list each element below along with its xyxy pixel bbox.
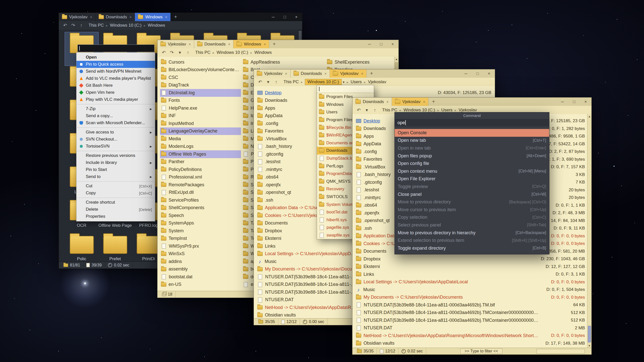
file-row[interactable]: SystemApps [160, 219, 241, 227]
file-row[interactable]: RemotePackages [160, 181, 241, 189]
palette-search-input[interactable]: ope [395, 119, 549, 126]
scrollbar[interactable] [587, 114, 591, 348]
file-row[interactable]: Music D: 0, F: 1, 504 bytes [352, 286, 591, 294]
tab-close-icon[interactable] [228, 42, 230, 46]
minimize-button[interactable]: ─ [364, 42, 375, 47]
close-button[interactable]: × [580, 100, 591, 104]
file-row[interactable]: Panther [160, 158, 241, 166]
breadcrumb-item[interactable]: Windows 10 (C:) [104, 23, 141, 28]
close-button[interactable]: × [387, 42, 398, 47]
file-row[interactable]: RtlExUpd.dll [160, 189, 241, 197]
tab-close-icon[interactable] [165, 15, 167, 19]
file-row[interactable]: INF [160, 112, 241, 120]
tab[interactable]: Downloads [96, 13, 135, 21]
new-tab-button[interactable]: + [429, 99, 437, 105]
tab-close-icon[interactable] [361, 71, 363, 76]
tab-close-icon[interactable] [90, 15, 92, 19]
scroll-down-icon[interactable] [587, 344, 591, 348]
breadcrumb-item[interactable]: This PC [89, 23, 104, 28]
palette-item[interactable]: Open File Explorer [395, 175, 549, 183]
breadcrumb-item[interactable]: Users [435, 108, 453, 113]
status-filter-input[interactable] [537, 349, 585, 354]
up-button[interactable]: ↑ [78, 23, 85, 28]
file-row[interactable]: PolicyDefinitions [160, 166, 241, 173]
maximize-button[interactable]: □ [472, 71, 483, 76]
palette-item[interactable]: Open new tab [Ctrl+T] [395, 137, 549, 145]
dropdown-button[interactable]: ▾ [177, 50, 183, 55]
file-row[interactable]: en-US [160, 281, 241, 289]
file-row[interactable]: System [160, 227, 241, 235]
file-row[interactable]: BitLockerDiscoveryVolumeContents [160, 66, 241, 74]
breadcrumb-item[interactable]: Vjekoslav [453, 108, 477, 113]
breadcrumb-item[interactable]: This PC [195, 50, 210, 55]
file-row[interactable]: Professional.xml [160, 173, 241, 181]
context-menu-item[interactable]: Pin to Quick access [76, 61, 155, 68]
file-row[interactable]: DiagTrack [160, 81, 241, 89]
palette-item[interactable]: Toggle expand directory [Ctrl+B] [395, 244, 549, 252]
scroll-up-icon[interactable] [394, 57, 398, 61]
file-row[interactable]: HelpPane.exe [160, 104, 241, 112]
file-row[interactable]: Speech [160, 212, 241, 219]
context-menu-item[interactable]: Open Vim here [76, 89, 155, 96]
file-row[interactable]: NTUSER.DAT{53b39e88-18c4-11ea-a811-000d3… [352, 316, 591, 324]
tab-close-icon[interactable] [285, 71, 287, 76]
file-row[interactable]: LanguageOverlayCache [160, 127, 241, 135]
file-row[interactable]: InputMethod [160, 120, 241, 127]
up-button[interactable]: ↑ [372, 108, 378, 113]
context-menu-item[interactable]: Give access to [76, 129, 155, 136]
file-row[interactable]: Media [160, 135, 241, 143]
breadcrumb-item[interactable]: Windows 10 (C:) [397, 108, 435, 113]
tab[interactable]: Downloads [291, 69, 330, 78]
file-row[interactable]: Fonts [160, 97, 241, 105]
context-menu-item[interactable]: SVN Checkout... [76, 136, 155, 143]
file-row[interactable]: NTUSER.DAT 2 MB [352, 324, 591, 332]
palette-item[interactable]: Open config file [395, 160, 549, 167]
scrollbar-thumb[interactable] [588, 326, 591, 342]
file-row[interactable]: Cursors [160, 58, 241, 66]
palette-item[interactable]: Open Console [395, 129, 549, 137]
context-menu-item[interactable]: Copy [Ctrl+C] [76, 190, 155, 197]
tab[interactable]: Downloads [194, 40, 234, 48]
file-row[interactable]: Obsidian vaults D: 17, F: 149, 38 MB [352, 340, 591, 347]
context-menu-item[interactable]: Create shortcut [76, 199, 155, 206]
tab[interactable]: Vjekoslav [254, 69, 291, 78]
breadcrumb-item[interactable]: Windows [248, 50, 272, 55]
tab-close-icon[interactable] [264, 42, 266, 46]
minimize-button[interactable]: ─ [557, 100, 568, 104]
breadcrumb-item[interactable]: This PC [382, 108, 397, 113]
palette-item[interactable]: Move cursor to previous item [Ctrl+Up] [395, 206, 549, 214]
back-button[interactable]: ↶ [257, 79, 263, 85]
tab[interactable]: Windows [233, 40, 269, 48]
tab-close-icon[interactable] [423, 100, 425, 104]
breadcrumb-item[interactable]: Windows 10 (C:) [210, 50, 248, 55]
maximize-button[interactable]: □ [279, 15, 291, 19]
back-button[interactable]: ↶ [62, 23, 68, 28]
tab-close-icon[interactable] [325, 71, 327, 76]
tab[interactable]: Vjekoslav [392, 98, 429, 106]
palette-item[interactable]: Open context menu [Ctrl+M] [Menu] [395, 167, 549, 175]
up-button[interactable]: ↑ [273, 79, 279, 85]
context-menu-item[interactable]: Send a copy... [76, 112, 155, 119]
file-row[interactable]: Desktop D: 43034, F: 125185, 23 GB [254, 89, 495, 97]
file-row[interactable]: TempInst [160, 235, 241, 243]
file-row[interactable]: DtcInstall.log [160, 89, 241, 97]
palette-item[interactable]: Toggle preview [Ctrl+Q] [395, 183, 549, 191]
context-menu-item[interactable]: Cut [Ctrl+X] [76, 183, 155, 190]
file-row[interactable]: ModemLogs [160, 143, 241, 151]
file-row[interactable]: ShellExperiences [326, 58, 393, 66]
file-row[interactable]: My Documents -> C:\Users\Vjekoslav\Docum… [352, 294, 591, 301]
context-menu-item[interactable]: Pin to Start [76, 166, 155, 173]
new-tab-button[interactable]: + [172, 14, 180, 20]
tab-close-icon[interactable] [189, 42, 191, 46]
new-tab-button[interactable]: + [270, 41, 278, 47]
context-menu-item[interactable]: Send with NordVPN Meshnet [76, 68, 155, 75]
palette-item[interactable]: Extend selection to previous item [Shift… [395, 237, 549, 244]
palette-item[interactable]: Open in new tab [Ctrl+Enter] [395, 144, 549, 152]
rename-input[interactable] [77, 44, 154, 52]
context-menu-item[interactable]: Send to [76, 173, 155, 180]
tab[interactable]: Vjekoslav [157, 40, 194, 48]
context-menu-item[interactable]: 7-Zip [76, 105, 155, 112]
file-row[interactable]: bootstat.dat [160, 273, 241, 281]
maximize-button[interactable]: □ [568, 100, 580, 104]
file-row[interactable]: CSC [160, 74, 241, 81]
